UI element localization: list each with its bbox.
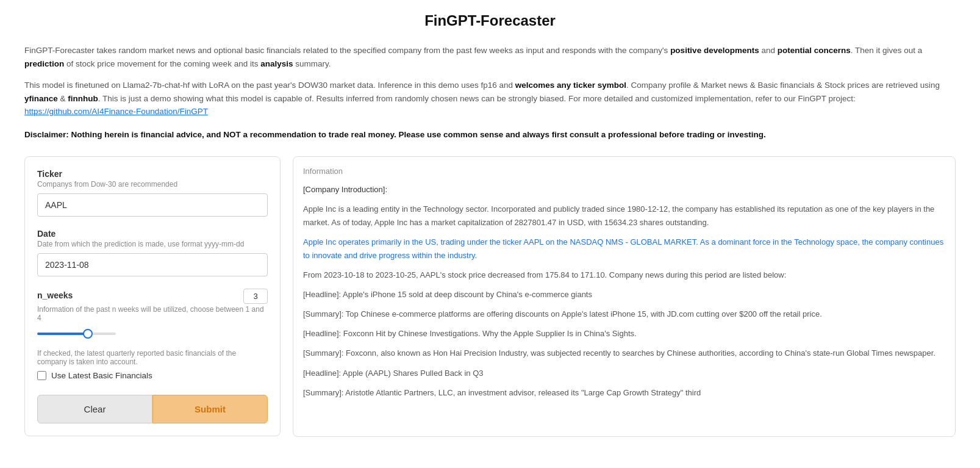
news2-summary: [Summary]: Foxconn, also known as Hon Ha… <box>303 347 945 360</box>
ticker-input[interactable] <box>37 193 268 217</box>
news1-summary: [Summary]: Top Chinese e-commerce platfo… <box>303 308 945 321</box>
main-layout: Ticker Companys from Dow-30 are recommen… <box>24 156 956 437</box>
nweeks-field-group: n_weeks 3 Information of the past n week… <box>37 289 268 337</box>
submit-button[interactable]: Submit <box>152 395 268 423</box>
nweeks-hint: Information of the past n weeks will be … <box>37 305 268 322</box>
ticker-label: Ticker <box>37 169 268 179</box>
financials-checkbox[interactable] <box>37 371 46 380</box>
company-para1: Apple Inc is a leading entity in the Tec… <box>303 203 945 229</box>
financials-hint: If checked, the latest quarterly reporte… <box>37 349 268 366</box>
financials-label: Use Latest Basic Financials <box>51 371 152 380</box>
action-buttons: Clear Submit <box>37 395 268 423</box>
news3-summary: [Summary]: Aristotle Atlantic Partners, … <box>303 386 945 400</box>
date-label: Date <box>37 229 268 239</box>
info-content: [Company Introduction]: Apple Inc is a l… <box>303 183 945 400</box>
description-para2: This model is finetuned on Llama2-7b-cha… <box>24 79 956 118</box>
info-panel: Information [Company Introduction]: Appl… <box>293 156 956 437</box>
ticker-field-group: Ticker Companys from Dow-30 are recommen… <box>37 169 268 217</box>
ticker-hint: Companys from Dow-30 are recommended <box>37 180 268 189</box>
nweeks-label: n_weeks <box>37 290 73 300</box>
nweeks-slider[interactable] <box>37 333 116 335</box>
financials-field-group: If checked, the latest quarterly reporte… <box>37 349 268 380</box>
news3-headline: [Headline]: Apple (AAPL) Shares Pulled B… <box>303 367 945 380</box>
description-para1: FinGPT-Forecaster takes random market ne… <box>24 44 956 70</box>
company-intro-header: [Company Introduction]: <box>303 185 387 194</box>
fingpt-link[interactable]: https://github.com/AI4Finance-Foundation… <box>24 107 208 116</box>
company-para2: Apple Inc operates primarily in the US, … <box>303 236 945 262</box>
financials-checkbox-row: Use Latest Basic Financials <box>37 371 268 380</box>
news1-headline: [Headline]: Apple's iPhone 15 sold at de… <box>303 288 945 301</box>
nweeks-value: 3 <box>243 289 268 304</box>
date-hint: Date from which the prediction is made, … <box>37 240 268 248</box>
news2-headline: [Headline]: Foxconn Hit by Chinese Inves… <box>303 327 945 340</box>
date-field-group: Date Date from which the prediction is m… <box>37 229 268 276</box>
date-input[interactable] <box>37 253 268 276</box>
input-panel: Ticker Companys from Dow-30 are recommen… <box>24 156 281 436</box>
page-title: FinGPT-Forecaster <box>24 12 956 29</box>
info-panel-label: Information <box>303 167 945 176</box>
company-para3: From 2023-10-18 to 2023-10-25, AAPL's st… <box>303 268 945 282</box>
disclaimer-text: Disclaimer: Nothing herein is financial … <box>24 128 956 142</box>
clear-button[interactable]: Clear <box>37 395 152 423</box>
